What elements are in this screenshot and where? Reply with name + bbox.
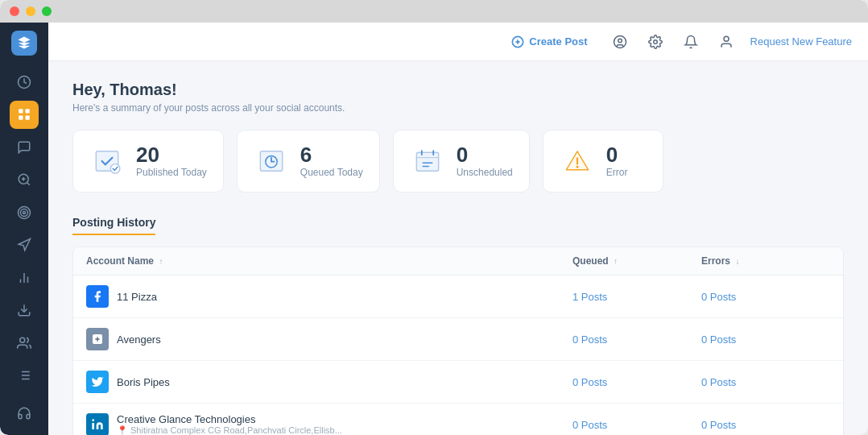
unscheduled-info: 0 Unscheduled xyxy=(457,144,513,178)
svg-point-11 xyxy=(23,211,26,213)
sidebar-logo[interactable] xyxy=(11,31,37,56)
errors-posts-link[interactable]: 0 Posts xyxy=(701,291,830,303)
account-subtitle: 📍Shitiratna Complex CG Road,Panchvati Ci… xyxy=(117,425,342,435)
app-window: Create Post Request New Feature Hey, xyxy=(0,0,868,435)
main-content: Create Post Request New Feature Hey, xyxy=(48,23,868,435)
stats-row: 20 Published Today xyxy=(72,130,844,193)
app-body: Create Post Request New Feature Hey, xyxy=(0,23,868,435)
svg-rect-4 xyxy=(26,116,30,120)
sidebar-item-charts[interactable] xyxy=(10,264,39,292)
sidebar-item-analytics[interactable] xyxy=(10,166,39,193)
svg-rect-1 xyxy=(19,110,23,114)
table-row: Boris Pipes 0 Posts 0 Posts xyxy=(73,361,843,404)
queued-number: 6 xyxy=(300,144,363,165)
published-label: Published Today xyxy=(136,167,207,178)
stat-card-unscheduled: 0 Unscheduled xyxy=(393,130,530,193)
stat-card-queued: 6 Queued Today xyxy=(237,130,380,193)
maximize-button[interactable] xyxy=(42,6,52,16)
svg-point-27 xyxy=(618,39,622,43)
account-name: 11 Pizza xyxy=(117,291,157,303)
queued-posts-link[interactable]: 0 Posts xyxy=(572,334,701,346)
account-cell: Boris Pipes xyxy=(86,371,572,393)
close-button[interactable] xyxy=(10,6,19,16)
svg-point-16 xyxy=(20,338,25,342)
error-icon xyxy=(560,143,595,179)
published-icon xyxy=(89,143,125,179)
svg-point-29 xyxy=(724,36,729,41)
svg-rect-2 xyxy=(26,110,30,114)
errors-posts-link[interactable]: 0 Posts xyxy=(701,376,830,388)
account-name: Boris Pipes xyxy=(117,376,170,388)
account-name: Creative Glance Technologies xyxy=(117,413,342,425)
table-row: Avengers 0 Posts 0 Posts xyxy=(73,318,843,361)
sidebar-item-dashboard[interactable] xyxy=(10,101,39,128)
queued-info: 6 Queued Today xyxy=(300,144,363,178)
svg-rect-34 xyxy=(416,152,438,171)
error-info: 0 Error xyxy=(606,144,628,178)
account-platform-icon xyxy=(86,328,109,350)
error-number: 0 xyxy=(606,144,628,165)
greeting-subtitle: Here's a summary of your posts across al… xyxy=(72,102,844,114)
account-cell: 11 Pizza xyxy=(86,285,572,308)
svg-point-46 xyxy=(92,419,94,421)
settings-icon[interactable] xyxy=(644,31,667,53)
account-platform-icon xyxy=(86,285,109,308)
stat-card-published: 20 Published Today xyxy=(72,130,224,193)
notification-icon[interactable] xyxy=(680,31,702,53)
sidebar xyxy=(0,23,48,435)
circle-menu-icon[interactable] xyxy=(609,31,631,53)
create-post-button[interactable]: Create Post xyxy=(503,31,595,53)
col-errors: Errors ↓ xyxy=(701,255,830,267)
minimize-button[interactable] xyxy=(26,6,35,16)
table-body: 11 Pizza 1 Posts 0 Posts Avengers 0 Post… xyxy=(73,276,843,435)
sidebar-item-messages[interactable] xyxy=(10,134,39,161)
posting-history-table: Account Name ↑ Queued ↑ Errors ↓ xyxy=(72,246,844,435)
queued-posts-link[interactable]: 1 Posts xyxy=(572,291,701,303)
errors-posts-link[interactable]: 0 Posts xyxy=(701,419,830,431)
account-platform-icon xyxy=(86,413,109,435)
sidebar-item-target[interactable] xyxy=(10,199,39,226)
account-platform-icon xyxy=(86,371,109,393)
svg-point-28 xyxy=(653,39,657,44)
titlebar xyxy=(0,0,868,23)
published-number: 20 xyxy=(136,144,207,165)
posting-history-section: Posting History Account Name ↑ Queued ↑ xyxy=(72,215,844,435)
sidebar-item-campaigns[interactable] xyxy=(10,231,39,259)
sidebar-item-support[interactable] xyxy=(10,400,39,427)
col-queued: Queued ↑ xyxy=(572,255,701,267)
sidebar-item-list[interactable] xyxy=(10,362,39,389)
table-row: Creative Glance Technologies 📍Shitiratna… xyxy=(73,404,843,435)
user-profile-icon[interactable] xyxy=(715,31,738,53)
content-area: Hey, Thomas! Here's a summary of your po… xyxy=(48,61,868,435)
posting-history-title: Posting History xyxy=(72,216,155,235)
queued-posts-link[interactable]: 0 Posts xyxy=(572,419,701,431)
account-cell: Avengers xyxy=(86,328,572,350)
errors-posts-link[interactable]: 0 Posts xyxy=(701,334,830,346)
unscheduled-label: Unscheduled xyxy=(457,167,513,178)
sidebar-item-download[interactable] xyxy=(10,296,39,324)
svg-point-31 xyxy=(110,164,120,174)
col-account: Account Name ↑ xyxy=(86,255,572,267)
table-row: 11 Pizza 1 Posts 0 Posts xyxy=(73,276,843,318)
svg-point-10 xyxy=(21,209,28,216)
create-post-label: Create Post xyxy=(529,35,587,48)
error-label: Error xyxy=(606,167,628,178)
sidebar-item-nav[interactable] xyxy=(10,68,39,96)
greeting-text: Hey, Thomas! xyxy=(72,81,844,99)
svg-rect-3 xyxy=(19,116,23,120)
account-name: Avengers xyxy=(117,334,161,346)
account-cell: Creative Glance Technologies 📍Shitiratna… xyxy=(86,413,572,435)
queued-posts-link[interactable]: 0 Posts xyxy=(572,376,701,388)
table-header: Account Name ↑ Queued ↑ Errors ↓ xyxy=(73,247,843,276)
sidebar-item-team[interactable] xyxy=(10,329,39,357)
queued-icon xyxy=(254,143,289,179)
svg-point-42 xyxy=(576,166,578,168)
topbar: Create Post Request New Feature xyxy=(48,23,868,61)
unscheduled-number: 0 xyxy=(457,144,513,165)
published-info: 20 Published Today xyxy=(136,144,207,178)
svg-line-6 xyxy=(27,183,29,185)
stat-card-error: 0 Error xyxy=(543,130,663,193)
queued-label: Queued Today xyxy=(300,167,363,178)
unscheduled-icon xyxy=(410,143,445,179)
request-feature-link[interactable]: Request New Feature xyxy=(750,35,852,48)
